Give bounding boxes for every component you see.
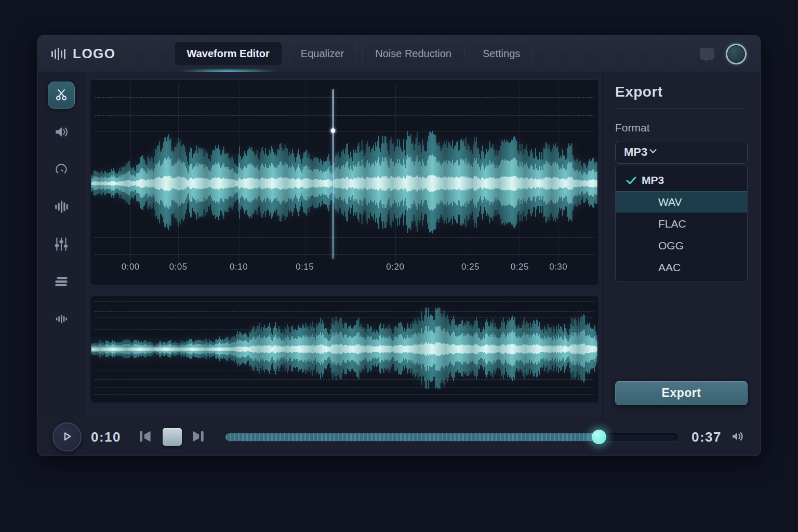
check-icon (625, 174, 637, 187)
waveform-panel-secondary[interactable] (90, 296, 599, 403)
waveform-icon (54, 199, 69, 216)
brand: LOGO (51, 46, 116, 62)
total-time: 0:37 (691, 429, 722, 445)
format-option-mp3[interactable]: MP3 (616, 169, 747, 191)
tracks-tool-button[interactable] (48, 269, 75, 296)
editor-area: 0:00 0:05 0:10 0:15 0:20 0:25 0:25 0:30 (85, 72, 602, 418)
logo-icon (51, 47, 65, 61)
waveform-panel-main[interactable]: 0:00 0:05 0:10 0:15 0:20 0:25 0:25 0:30 (90, 79, 599, 285)
time-label: 0:10 (230, 262, 248, 272)
meter-tool-button[interactable] (48, 156, 75, 183)
volume-tool-button[interactable] (48, 119, 75, 146)
time-label: 0:25 (511, 262, 529, 272)
cut-tool-button[interactable] (48, 82, 75, 109)
time-label: 0:00 (122, 262, 140, 272)
tab-equalizer[interactable]: Equalizer (288, 42, 357, 66)
gauge-icon (54, 162, 69, 179)
progress-slider[interactable] (225, 433, 678, 441)
avatar[interactable] (726, 44, 747, 64)
volume-button[interactable] (729, 428, 746, 446)
time-label: 0:05 (169, 262, 188, 272)
slider-fill (225, 433, 599, 441)
format-option-ogg[interactable]: OGG (616, 235, 747, 257)
chat-icon[interactable] (700, 48, 714, 60)
logo-text: LOGO (73, 46, 116, 62)
navbar-right (700, 44, 747, 64)
format-label: Format (615, 122, 748, 134)
app-window: LOGO Waveform Editor Equalizer Noise Red… (37, 35, 761, 456)
play-button[interactable] (52, 422, 82, 451)
export-panel: Export Format MP3 MP3 WAV FLAC (602, 72, 760, 418)
secondary-waveform (90, 296, 598, 403)
play-icon (61, 430, 73, 444)
time-label: 0:25 (461, 262, 480, 272)
skip-forward-icon (190, 429, 206, 446)
format-select[interactable]: MP3 (615, 141, 748, 164)
main-tabs: Waveform Editor Equalizer Noise Reductio… (174, 42, 534, 66)
format-dropdown: MP3 WAV FLAC OGG AAC (615, 166, 748, 282)
stop-button[interactable] (163, 428, 182, 446)
spectrum-tool-button[interactable] (48, 306, 75, 333)
transport-bar: 0:10 0:37 (38, 418, 760, 456)
export-button[interactable]: Export (615, 381, 748, 405)
main-waveform (90, 80, 598, 260)
export-panel-title: Export (615, 84, 748, 100)
time-label: 0:20 (386, 262, 404, 272)
waveform-tool-button[interactable] (48, 194, 75, 221)
stop-icon (163, 428, 182, 446)
slider-handle[interactable] (592, 430, 606, 444)
spectrum-icon (55, 312, 68, 327)
tab-noise-reduction[interactable]: Noise Reduction (362, 42, 464, 66)
playhead-dot[interactable] (331, 128, 336, 133)
content-area: 0:00 0:05 0:10 0:15 0:20 0:25 0:25 0:30 (38, 72, 760, 418)
scissors-icon (54, 87, 69, 104)
format-option-wav[interactable]: WAV (616, 191, 747, 213)
volume-icon (729, 428, 746, 446)
format-select-value: MP3 (624, 145, 647, 159)
playhead[interactable] (332, 89, 334, 259)
speaker-icon (54, 124, 69, 141)
format-option-aac[interactable]: AAC (616, 257, 747, 278)
tool-rail (38, 72, 85, 418)
time-label: 0:30 (549, 262, 567, 272)
divider (615, 109, 748, 109)
navbar: LOGO Waveform Editor Equalizer Noise Red… (38, 36, 760, 72)
skip-forward-button[interactable] (190, 429, 206, 446)
tracks-icon (54, 274, 69, 291)
tab-waveform-editor[interactable]: Waveform Editor (174, 42, 283, 66)
faders-icon (54, 236, 69, 254)
format-option-flac[interactable]: FLAC (616, 213, 747, 235)
tab-settings[interactable]: Settings (470, 42, 533, 66)
current-time: 0:10 (91, 429, 121, 445)
time-label: 0:15 (296, 262, 314, 272)
chevron-down-icon (647, 145, 659, 159)
skip-back-icon (138, 429, 153, 446)
skip-back-button[interactable] (138, 429, 153, 446)
mixer-tool-button[interactable] (48, 231, 75, 258)
